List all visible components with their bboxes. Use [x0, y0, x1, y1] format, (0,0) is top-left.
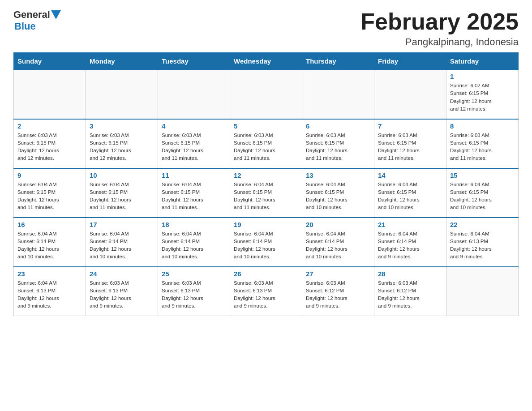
header-wednesday: Wednesday: [230, 53, 302, 70]
day-number: 20: [306, 221, 370, 228]
day-info: Sunrise: 6:04 AM Sunset: 6:15 PM Dayligh…: [234, 181, 298, 212]
calendar-cell: [302, 70, 374, 119]
day-info: Sunrise: 6:04 AM Sunset: 6:14 PM Dayligh…: [90, 230, 154, 261]
day-number: 22: [450, 221, 515, 228]
day-number: 5: [234, 122, 298, 130]
day-number: 23: [17, 270, 82, 278]
logo-general-text: General: [13, 9, 50, 21]
header-thursday: Thursday: [302, 53, 374, 70]
calendar-cell: 8Sunrise: 6:03 AM Sunset: 6:15 PM Daylig…: [446, 119, 519, 168]
calendar-week-2: 2Sunrise: 6:03 AM Sunset: 6:15 PM Daylig…: [14, 119, 519, 168]
day-number: 7: [378, 122, 442, 130]
calendar-cell: [446, 267, 519, 316]
header-tuesday: Tuesday: [158, 53, 230, 70]
day-number: 21: [378, 221, 442, 228]
calendar-cell: 16Sunrise: 6:04 AM Sunset: 6:14 PM Dayli…: [14, 218, 86, 267]
day-number: 8: [450, 122, 515, 130]
calendar-cell: 13Sunrise: 6:04 AM Sunset: 6:15 PM Dayli…: [302, 168, 374, 218]
calendar-cell: 11Sunrise: 6:04 AM Sunset: 6:15 PM Dayli…: [158, 168, 230, 218]
day-info: Sunrise: 6:03 AM Sunset: 6:15 PM Dayligh…: [17, 132, 82, 163]
calendar-week-3: 9Sunrise: 6:04 AM Sunset: 6:15 PM Daylig…: [14, 168, 519, 218]
day-info: Sunrise: 6:04 AM Sunset: 6:14 PM Dayligh…: [162, 230, 226, 261]
day-number: 14: [378, 171, 442, 179]
day-info: Sunrise: 6:03 AM Sunset: 6:15 PM Dayligh…: [450, 132, 515, 163]
day-info: Sunrise: 6:04 AM Sunset: 6:13 PM Dayligh…: [17, 279, 82, 310]
day-number: 12: [234, 171, 298, 179]
calendar-cell: 19Sunrise: 6:04 AM Sunset: 6:14 PM Dayli…: [230, 218, 302, 267]
day-number: 19: [234, 221, 298, 228]
calendar-cell: [158, 70, 230, 119]
calendar-cell: 5Sunrise: 6:03 AM Sunset: 6:15 PM Daylig…: [230, 119, 302, 168]
calendar-cell: 12Sunrise: 6:04 AM Sunset: 6:15 PM Dayli…: [230, 168, 302, 218]
day-info: Sunrise: 6:03 AM Sunset: 6:13 PM Dayligh…: [162, 279, 226, 310]
calendar-cell: 10Sunrise: 6:04 AM Sunset: 6:15 PM Dayli…: [86, 168, 158, 218]
calendar-cell: 2Sunrise: 6:03 AM Sunset: 6:15 PM Daylig…: [14, 119, 86, 168]
day-number: 24: [90, 270, 154, 278]
day-info: Sunrise: 6:04 AM Sunset: 6:14 PM Dayligh…: [234, 230, 298, 261]
calendar-cell: 9Sunrise: 6:04 AM Sunset: 6:15 PM Daylig…: [14, 168, 86, 218]
calendar-cell: 27Sunrise: 6:03 AM Sunset: 6:12 PM Dayli…: [302, 267, 374, 316]
logo-blue-text: Blue: [14, 21, 61, 32]
page-header: General Blue February 2025 Pangkalpinang…: [13, 9, 519, 48]
day-info: Sunrise: 6:04 AM Sunset: 6:15 PM Dayligh…: [17, 181, 82, 212]
day-info: Sunrise: 6:04 AM Sunset: 6:15 PM Dayligh…: [90, 181, 154, 212]
calendar-cell: 28Sunrise: 6:03 AM Sunset: 6:12 PM Dayli…: [374, 267, 446, 316]
day-number: 1: [450, 73, 515, 80]
calendar-cell: [86, 70, 158, 119]
header-friday: Friday: [374, 53, 446, 70]
header-sunday: Sunday: [14, 53, 86, 70]
calendar-cell: 7Sunrise: 6:03 AM Sunset: 6:15 PM Daylig…: [374, 119, 446, 168]
calendar-cell: 22Sunrise: 6:04 AM Sunset: 6:13 PM Dayli…: [446, 218, 519, 267]
day-number: 18: [162, 221, 226, 228]
day-number: 16: [17, 221, 82, 228]
day-info: Sunrise: 6:03 AM Sunset: 6:15 PM Dayligh…: [378, 132, 442, 163]
calendar-cell: 21Sunrise: 6:04 AM Sunset: 6:14 PM Dayli…: [374, 218, 446, 267]
calendar-week-5: 23Sunrise: 6:04 AM Sunset: 6:13 PM Dayli…: [14, 267, 519, 316]
calendar-cell: [230, 70, 302, 119]
day-info: Sunrise: 6:04 AM Sunset: 6:15 PM Dayligh…: [162, 181, 226, 212]
day-number: 9: [17, 171, 82, 179]
day-info: Sunrise: 6:03 AM Sunset: 6:12 PM Dayligh…: [378, 279, 442, 310]
day-number: 28: [378, 270, 442, 278]
calendar-cell: 17Sunrise: 6:04 AM Sunset: 6:14 PM Dayli…: [86, 218, 158, 267]
day-number: 13: [306, 171, 370, 179]
calendar-title: February 2025: [360, 9, 519, 34]
day-number: 11: [162, 171, 226, 179]
day-info: Sunrise: 6:04 AM Sunset: 6:15 PM Dayligh…: [450, 181, 515, 212]
calendar-cell: 3Sunrise: 6:03 AM Sunset: 6:15 PM Daylig…: [86, 119, 158, 168]
calendar-cell: 25Sunrise: 6:03 AM Sunset: 6:13 PM Dayli…: [158, 267, 230, 316]
calendar-cell: 24Sunrise: 6:03 AM Sunset: 6:13 PM Dayli…: [86, 267, 158, 316]
day-number: 6: [306, 122, 370, 130]
day-number: 3: [90, 122, 154, 130]
day-number: 15: [450, 171, 515, 179]
day-number: 25: [162, 270, 226, 278]
calendar-cell: [374, 70, 446, 119]
day-info: Sunrise: 6:03 AM Sunset: 6:13 PM Dayligh…: [234, 279, 298, 310]
day-number: 27: [306, 270, 370, 278]
calendar-week-4: 16Sunrise: 6:04 AM Sunset: 6:14 PM Dayli…: [14, 218, 519, 267]
day-info: Sunrise: 6:04 AM Sunset: 6:14 PM Dayligh…: [17, 230, 82, 261]
header-saturday: Saturday: [446, 53, 519, 70]
calendar-cell: 15Sunrise: 6:04 AM Sunset: 6:15 PM Dayli…: [446, 168, 519, 218]
logo-triangle-icon: [51, 10, 61, 20]
calendar-subtitle: Pangkalpinang, Indonesia: [360, 36, 519, 48]
day-number: 4: [162, 122, 226, 130]
day-info: Sunrise: 6:04 AM Sunset: 6:15 PM Dayligh…: [306, 181, 370, 212]
title-section: February 2025 Pangkalpinang, Indonesia: [360, 9, 519, 48]
day-info: Sunrise: 6:03 AM Sunset: 6:15 PM Dayligh…: [90, 132, 154, 163]
day-info: Sunrise: 6:04 AM Sunset: 6:14 PM Dayligh…: [306, 230, 370, 261]
day-info: Sunrise: 6:03 AM Sunset: 6:15 PM Dayligh…: [306, 132, 370, 163]
day-info: Sunrise: 6:03 AM Sunset: 6:13 PM Dayligh…: [90, 279, 154, 310]
day-number: 2: [17, 122, 82, 130]
calendar-table: SundayMondayTuesdayWednesdayThursdayFrid…: [13, 52, 519, 316]
logo: General Blue: [13, 9, 61, 32]
calendar-header-row: SundayMondayTuesdayWednesdayThursdayFrid…: [14, 53, 519, 70]
calendar-cell: 6Sunrise: 6:03 AM Sunset: 6:15 PM Daylig…: [302, 119, 374, 168]
day-info: Sunrise: 6:04 AM Sunset: 6:13 PM Dayligh…: [450, 230, 515, 261]
day-info: Sunrise: 6:03 AM Sunset: 6:15 PM Dayligh…: [162, 132, 226, 163]
calendar-cell: 20Sunrise: 6:04 AM Sunset: 6:14 PM Dayli…: [302, 218, 374, 267]
day-number: 17: [90, 221, 154, 228]
calendar-cell: 1Sunrise: 6:02 AM Sunset: 6:15 PM Daylig…: [446, 70, 519, 119]
day-info: Sunrise: 6:04 AM Sunset: 6:15 PM Dayligh…: [378, 181, 442, 212]
day-number: 26: [234, 270, 298, 278]
